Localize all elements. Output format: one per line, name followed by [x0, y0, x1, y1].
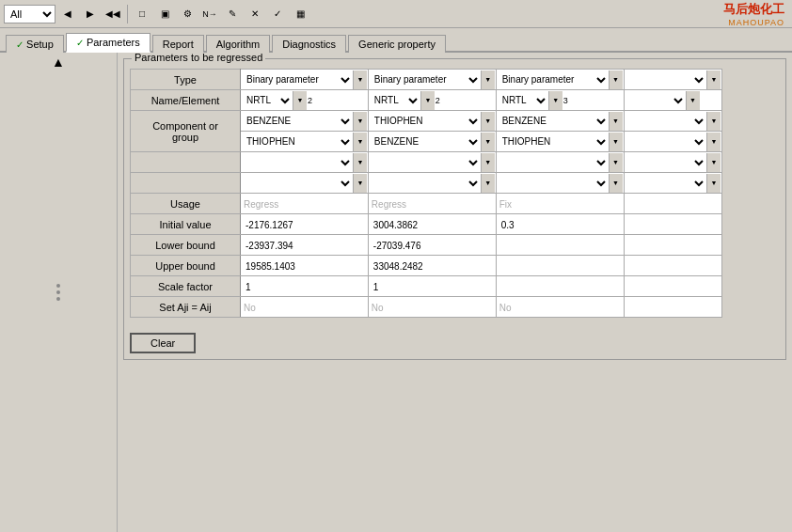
comp2-col4[interactable]: ▼	[624, 132, 722, 152]
comp4-arrow-col1[interactable]: ▼	[353, 174, 367, 193]
copy-btn[interactable]: ▣	[154, 4, 175, 24]
comp1-col3[interactable]: BENZENE ▼	[496, 111, 624, 132]
comp4-select-col4[interactable]	[625, 174, 707, 193]
comp2-col1[interactable]: THIOPHEN ▼	[241, 132, 369, 152]
name-arrow-col1[interactable]: ▼	[293, 91, 307, 110]
tab-setup[interactable]: ✓ Setup	[6, 35, 64, 53]
comp1-select-col1[interactable]: BENZENE	[241, 112, 353, 131]
type-arrow-col4[interactable]: ▼	[706, 70, 721, 89]
comp2-col2[interactable]: BENZENE ▼	[368, 132, 496, 152]
name-col4[interactable]: ▼	[624, 90, 722, 111]
type-arrow-col1[interactable]: ▼	[353, 70, 367, 89]
comp2-arrow-col1[interactable]: ▼	[353, 133, 367, 151]
clear-button[interactable]: Clear	[130, 333, 196, 353]
comp4-arrow-col2[interactable]: ▼	[481, 174, 495, 193]
comp2-select-col3[interactable]: THIOPHEN	[497, 133, 609, 151]
upper-val-col3[interactable]	[496, 256, 624, 276]
comp4-arrow-col3[interactable]: ▼	[609, 174, 623, 193]
close-btn[interactable]: ✕	[245, 4, 265, 24]
name-select-col1[interactable]: NRTL	[241, 91, 293, 110]
lower-val-col1[interactable]	[241, 235, 369, 256]
comp1-select-col2[interactable]: THIOPHEN	[369, 112, 481, 131]
scale-input-col1[interactable]	[244, 282, 365, 292]
pencil-btn[interactable]: ✎	[222, 4, 243, 24]
comp4-select-col2[interactable]	[369, 174, 481, 193]
upper-val-col2[interactable]	[368, 256, 496, 276]
comp2-col3[interactable]: THIOPHEN ▼	[496, 132, 624, 152]
comp4-select-col1[interactable]	[241, 174, 353, 193]
comp2-select-col4[interactable]	[625, 133, 707, 151]
name-col1[interactable]: NRTL ▼ 2	[241, 90, 369, 111]
type-col1[interactable]: Binary parameter ▼	[241, 70, 369, 90]
chart-btn[interactable]: ▦	[290, 4, 310, 24]
comp1-arrow-col1[interactable]: ▼	[353, 112, 367, 131]
comp1-arrow-col4[interactable]: ▼	[706, 112, 721, 131]
scale-val-col2[interactable]	[368, 276, 496, 297]
comp3-col1[interactable]: ▼	[241, 152, 369, 173]
type-col3[interactable]: Binary parameter ▼	[496, 70, 624, 90]
comp4-select-col3[interactable]	[497, 174, 609, 193]
initial-input-col3[interactable]	[499, 220, 621, 230]
comp4-col3[interactable]: ▼	[496, 173, 624, 194]
check-btn[interactable]: ✓	[267, 4, 288, 24]
comp2-arrow-col3[interactable]: ▼	[609, 133, 623, 151]
type-select-col2[interactable]: Binary parameter	[369, 70, 481, 89]
lower-input-col1[interactable]	[244, 241, 365, 251]
scale-input-col2[interactable]	[372, 282, 493, 292]
comp1-col4[interactable]: ▼	[624, 111, 722, 132]
comp2-select-col1[interactable]: THIOPHEN	[241, 133, 353, 151]
type-arrow-col3[interactable]: ▼	[609, 70, 623, 89]
scale-val-col1[interactable]	[241, 276, 369, 297]
name-arrow-col4[interactable]: ▼	[686, 91, 700, 110]
initial-input-col2[interactable]	[372, 220, 493, 230]
lower-input-col3[interactable]	[499, 241, 621, 251]
initial-val-col1[interactable]	[241, 214, 369, 235]
comp2-arrow-col4[interactable]: ▼	[706, 133, 721, 151]
initial-val-col3[interactable]	[496, 214, 624, 235]
comp2-select-col2[interactable]: BENZENE	[369, 133, 481, 151]
comp3-select-col3[interactable]	[497, 153, 609, 172]
name-arrow-col3[interactable]: ▼	[548, 91, 562, 110]
settings-btn[interactable]: ⚙	[177, 4, 198, 24]
comp3-arrow-col4[interactable]: ▼	[706, 153, 721, 172]
name-select-col2[interactable]: NRTL	[369, 91, 420, 110]
tab-algorithm[interactable]: Algorithm	[206, 35, 270, 53]
lower-val-col3[interactable]	[496, 235, 624, 256]
tab-generic-property[interactable]: Generic property	[348, 35, 446, 53]
comp1-select-col3[interactable]: BENZENE	[497, 112, 609, 131]
page-btn[interactable]: □	[132, 4, 152, 24]
comp4-arrow-col4[interactable]: ▼	[706, 174, 721, 193]
type-select-col4[interactable]	[625, 70, 707, 89]
upper-input-col3[interactable]	[499, 261, 621, 272]
name-select-col4[interactable]	[625, 91, 686, 110]
name-select-col3[interactable]: NRTL	[497, 91, 548, 110]
upper-input-col2[interactable]	[372, 261, 493, 272]
comp4-col2[interactable]: ▼	[368, 173, 496, 194]
comp4-col4[interactable]: ▼	[624, 173, 722, 194]
name-col3[interactable]: NRTL ▼ 3	[496, 90, 624, 111]
type-select-col3[interactable]: Binary parameter	[497, 70, 609, 89]
type-arrow-col2[interactable]: ▼	[481, 70, 495, 89]
lower-val-col2[interactable]	[368, 235, 496, 256]
name-arrow-col2[interactable]: ▼	[420, 91, 435, 110]
nav-forward-btn[interactable]: ▶	[80, 4, 101, 24]
comp1-arrow-col2[interactable]: ▼	[481, 112, 495, 131]
initial-val-col2[interactable]	[368, 214, 496, 235]
upper-val-col1[interactable]	[241, 256, 369, 276]
toolbar-dropdown[interactable]: All	[4, 5, 55, 23]
comp3-arrow-col2[interactable]: ▼	[481, 153, 495, 172]
collapse-arrow-icon[interactable]: ▲	[52, 55, 65, 70]
comp3-select-col1[interactable]	[241, 153, 353, 172]
name-col2[interactable]: NRTL ▼ 2	[368, 90, 496, 111]
comp4-col1[interactable]: ▼	[241, 173, 369, 194]
lower-input-col2[interactable]	[372, 241, 493, 251]
type-col2[interactable]: Binary parameter ▼	[368, 70, 496, 90]
comp3-arrow-col3[interactable]: ▼	[609, 153, 623, 172]
initial-input-col1[interactable]	[244, 220, 365, 230]
np-btn[interactable]: N→	[199, 4, 220, 24]
sidebar-collapse-btn[interactable]: ▲	[0, 53, 117, 71]
tab-report[interactable]: Report	[152, 35, 204, 53]
tab-diagnostics[interactable]: Diagnostics	[272, 35, 346, 53]
comp1-select-col4[interactable]	[625, 112, 707, 131]
comp1-arrow-col3[interactable]: ▼	[609, 112, 623, 131]
